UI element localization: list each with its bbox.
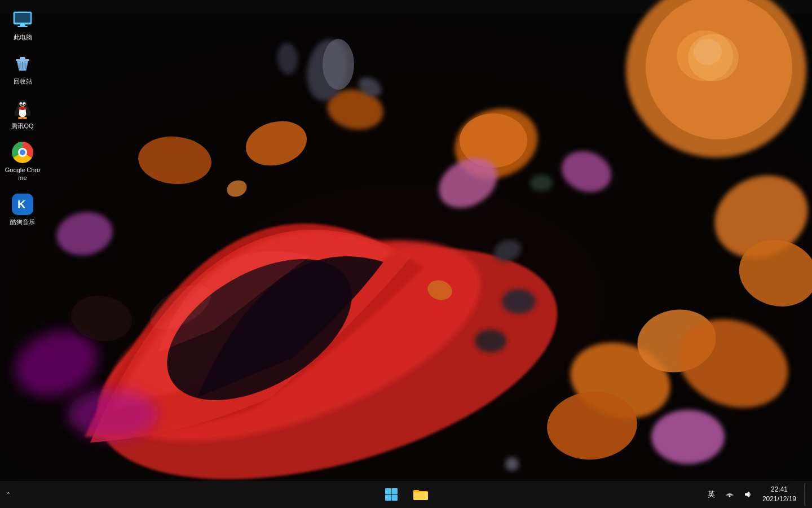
svg-point-54 — [24, 103, 25, 104]
qq-icon-img — [11, 97, 34, 120]
desktop-icons: 此电脑 回收站 — [0, 0, 45, 229]
qq-icon-label: 腾讯QQ — [11, 122, 33, 130]
file-explorer-button[interactable] — [408, 482, 433, 507]
wallpaper — [0, 0, 812, 508]
svg-point-67 — [729, 496, 730, 497]
svg-rect-42 — [20, 24, 25, 26]
computer-icon-img — [11, 8, 34, 31]
svg-point-57 — [18, 117, 23, 119]
svg-point-31 — [475, 330, 506, 352]
svg-point-30 — [502, 289, 536, 314]
svg-rect-63 — [392, 488, 398, 494]
windows-logo-icon — [385, 488, 398, 501]
chrome-icon-label: Google Chrome — [5, 166, 41, 182]
svg-point-32 — [530, 174, 553, 191]
start-button[interactable] — [379, 482, 404, 507]
svg-rect-64 — [385, 495, 391, 501]
folder-icon — [413, 488, 428, 501]
tray-chevron[interactable]: ⌃ — [2, 489, 14, 501]
desktop: 此电脑 回收站 — [0, 0, 812, 508]
svg-rect-41 — [15, 13, 30, 23]
svg-point-35 — [505, 457, 519, 471]
computer-icon-label: 此电脑 — [14, 33, 32, 41]
language-indicator[interactable]: 英 — [704, 483, 720, 506]
svg-text:K: K — [17, 198, 26, 211]
svg-point-39 — [694, 39, 722, 65]
svg-line-47 — [25, 62, 25, 69]
chrome-icon-img — [11, 141, 34, 164]
svg-line-45 — [20, 62, 20, 69]
clock-date: 2021/12/19 — [762, 494, 796, 504]
clock-time: 22:41 — [771, 485, 788, 494]
computer-icon-item[interactable]: 此电脑 — [2, 6, 44, 44]
chrome-icon-item[interactable]: Google Chrome — [2, 138, 44, 185]
taskbar-center — [379, 482, 433, 507]
qq-icon-item[interactable]: 腾讯QQ — [2, 94, 44, 133]
svg-point-58 — [23, 117, 27, 119]
kugou-icon-item[interactable]: K 酷狗音乐 — [2, 190, 44, 229]
sound-icon[interactable] — [740, 483, 756, 506]
svg-rect-56 — [19, 107, 27, 110]
svg-rect-44 — [16, 59, 29, 61]
svg-point-26 — [323, 39, 354, 90]
taskbar: ⌃ — [0, 481, 812, 508]
svg-point-24 — [68, 389, 158, 440]
svg-rect-65 — [392, 495, 398, 501]
svg-point-22 — [651, 410, 725, 464]
network-icon[interactable] — [722, 483, 738, 506]
recycle-icon-img — [11, 52, 34, 75]
kugou-icon-label: 酷狗音乐 — [10, 218, 35, 226]
show-desktop-button[interactable] — [804, 483, 807, 506]
tray-left: ⌃ — [2, 489, 14, 501]
svg-point-53 — [20, 103, 21, 104]
svg-rect-43 — [17, 26, 28, 27]
kugou-icon-img: K — [11, 193, 34, 216]
system-tray: 英 22:41 2021/12/ — [704, 483, 807, 506]
recycle-icon-label: 回收站 — [14, 77, 32, 85]
recycle-icon-item[interactable]: 回收站 — [2, 50, 44, 88]
svg-rect-62 — [385, 488, 391, 494]
clock-area[interactable]: 22:41 2021/12/19 — [758, 483, 801, 506]
